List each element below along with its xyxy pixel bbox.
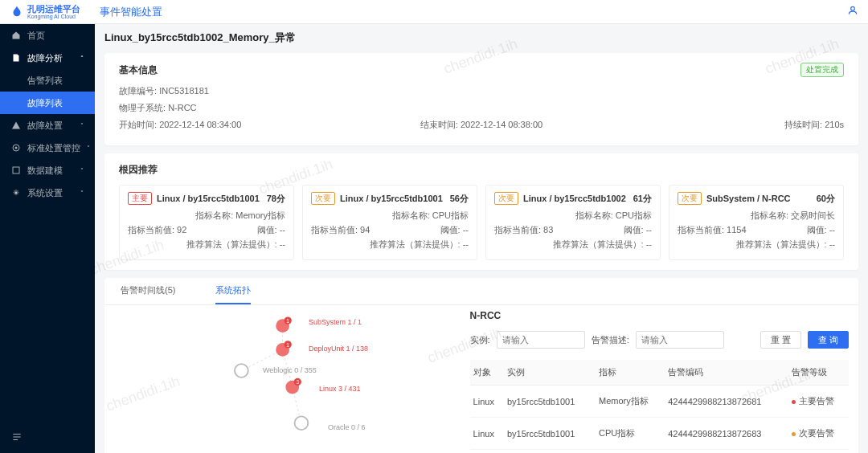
sidebar-item-label: 系统设置 — [27, 187, 63, 199]
sidebar-item-label: 首页 — [27, 30, 45, 42]
module-title: 事件智能处置 — [100, 5, 162, 19]
analysis-card: 告警时间线(5) 系统拓扑 1 1 3 Sub — [104, 278, 858, 453]
chevron-up-icon: ˄ — [80, 55, 84, 62]
brand-logo: 孔明运维平台Kongming AI Cloud — [10, 5, 80, 19]
table-row[interactable]: Linuxby15rcc5tdb1001CPU指标424442998821387… — [470, 418, 849, 450]
sidebar-item-label: 标准处置管控 — [27, 142, 80, 154]
sidebar-item-label: 数据建模 — [27, 165, 63, 177]
root-cause-item[interactable]: 次要 Linux / by15rcc5tdb1001 56分 指标名称: CPU… — [302, 185, 477, 260]
priority-tag: 次要 — [311, 192, 335, 205]
root-cause-card: 根因推荐 主要 Linux / by15rcc5tdb1001 78分 指标名称… — [104, 153, 858, 270]
sidebar-item-settings[interactable]: 系统设置 ˅ — [0, 182, 95, 204]
flame-icon — [10, 5, 24, 19]
priority-tag: 次要 — [678, 192, 702, 205]
col-instance: 实例 — [504, 360, 596, 386]
collapse-icon — [11, 431, 23, 443]
reset-button[interactable]: 重 置 — [760, 331, 801, 349]
table-row[interactable]: Linuxby15rcc5tdb1001Memory指标424442998821… — [470, 386, 849, 418]
root-cause-title: 根因推荐 — [119, 163, 158, 177]
desc-input[interactable] — [636, 331, 724, 349]
sidebar: 首页 故障分析 ˄ 告警列表 故障列表 故障处置 ˅ 标准处置管控 ˅ 数据建模… — [0, 0, 95, 453]
gear-icon — [11, 188, 21, 198]
chevron-down-icon: ˅ — [80, 190, 84, 197]
rc-name: Linux / by15rcc5tdb1001 — [157, 194, 260, 203]
data-icon — [11, 165, 21, 175]
sidebar-item-standard[interactable]: 标准处置管控 ˅ — [0, 137, 95, 159]
instance-input[interactable] — [497, 331, 585, 349]
warning-icon — [11, 120, 21, 130]
svg-point-0 — [851, 6, 855, 10]
page-title: Linux_by15rcc5tdb1002_Memory_异常 — [104, 31, 858, 45]
rc-name: Linux / by15rcc5tdb1001 — [340, 194, 443, 203]
level-dot-icon — [792, 432, 796, 436]
col-level: 告警等级 — [788, 360, 849, 386]
chevron-down-icon: ˅ — [80, 122, 84, 129]
level-dot-icon — [792, 400, 796, 404]
priority-tag: 次要 — [494, 192, 518, 205]
sidebar-item-fault-analysis[interactable]: 故障分析 ˄ — [0, 47, 95, 69]
root-cause-item[interactable]: 主要 Linux / by15rcc5tdb1001 78分 指标名称: Mem… — [119, 185, 294, 260]
basic-info-card: 基本信息 处置完成 故障编号: INC5318181 物理子系统: N-RCC … — [104, 53, 858, 145]
root-cause-item[interactable]: 次要 Linux / by15rcc5tdb1002 61分 指标名称: CPU… — [485, 185, 661, 260]
topology-view[interactable]: 1 1 3 SubSystem 1 / 1 DeployUnit 1 / 138… — [114, 310, 459, 453]
chevron-down-icon: ˅ — [80, 167, 84, 174]
detail-panel: N-RCC 实例: 告警描述: 重 置 查 询 对象 实例 — [470, 310, 849, 453]
rc-score: 60分 — [817, 193, 835, 205]
file-icon — [11, 53, 21, 63]
sidebar-sub-alarm-list[interactable]: 告警列表 — [0, 69, 95, 92]
target-icon — [11, 143, 21, 153]
analysis-tabs: 告警时间线(5) 系统拓扑 — [104, 278, 858, 305]
svg-point-2 — [15, 147, 18, 149]
main-content: Linux_by15rcc5tdb1002_Memory_异常 基本信息 处置完… — [95, 0, 868, 453]
app-header: 孔明运维平台Kongming AI Cloud 事件智能处置 — [0, 0, 868, 24]
user-icon[interactable] — [847, 5, 858, 18]
query-button[interactable]: 查 询 — [808, 331, 849, 349]
sidebar-item-fault-handle[interactable]: 故障处置 ˅ — [0, 114, 95, 137]
status-badge: 处置完成 — [800, 63, 844, 77]
svg-text:1: 1 — [286, 342, 289, 348]
table-row[interactable]: Linuxby15rcc5tdb1002CPU指标424442998821387… — [470, 450, 849, 454]
rc-score: 78分 — [267, 193, 285, 205]
sidebar-item-data-model[interactable]: 数据建模 ˅ — [0, 159, 95, 182]
sidebar-sub-fault-list[interactable]: 故障列表 — [0, 92, 95, 114]
root-cause-item[interactable]: 次要 SubSystem / N-RCC 60分 指标名称: 交易时间长 指标当… — [669, 185, 844, 260]
svg-rect-3 — [13, 167, 19, 173]
node-weblogic[interactable] — [235, 364, 248, 378]
sidebar-collapse-toggle[interactable] — [0, 423, 95, 453]
node-oracle[interactable] — [295, 416, 309, 430]
svg-text:1: 1 — [286, 318, 289, 324]
sidebar-item-label: 故障处置 — [27, 120, 63, 132]
sidebar-item-label: 故障分析 — [27, 52, 63, 64]
alarm-table: 对象 实例 指标 告警编码 告警等级 Linuxby15rcc5tdb1001M… — [470, 360, 849, 453]
col-object: 对象 — [470, 360, 504, 386]
rc-name: Linux / by15rcc5tdb1002 — [523, 194, 626, 203]
home-icon — [11, 31, 21, 40]
tab-timeline[interactable]: 告警时间线(5) — [121, 278, 175, 304]
priority-tag: 主要 — [128, 192, 152, 205]
rc-name: SubSystem / N-RCC — [706, 194, 791, 203]
col-code: 告警编码 — [665, 360, 788, 386]
rc-score: 61分 — [633, 193, 652, 205]
detail-title: N-RCC — [470, 310, 849, 321]
tab-topology[interactable]: 系统拓扑 — [215, 278, 251, 304]
rc-score: 56分 — [450, 193, 469, 205]
basic-info-title: 基本信息 — [119, 63, 158, 77]
chevron-down-icon: ˅ — [87, 145, 90, 152]
svg-text:3: 3 — [296, 379, 299, 385]
sidebar-item-home[interactable]: 首页 — [0, 24, 95, 47]
col-metric: 指标 — [596, 360, 665, 386]
